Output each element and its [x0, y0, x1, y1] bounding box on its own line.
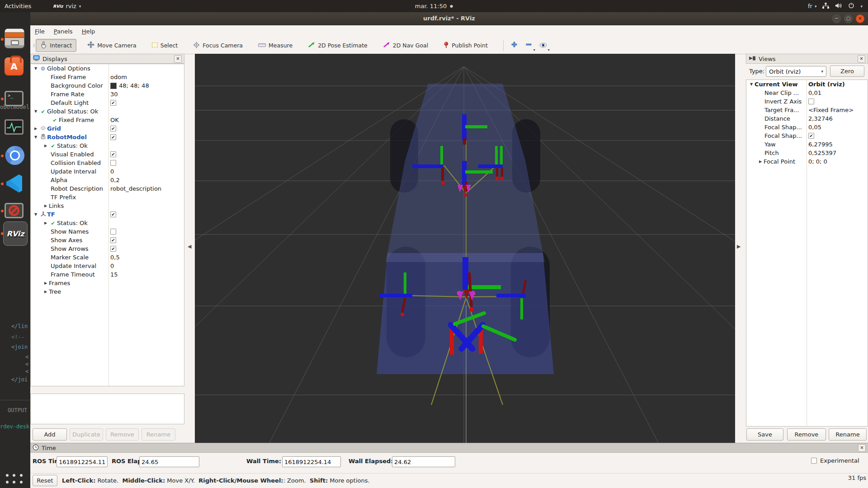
tree-row[interactable]: Frame Rate30: [31, 90, 184, 99]
property-value[interactable]: ✔: [110, 211, 116, 217]
checkbox[interactable]: ✔: [808, 133, 814, 139]
show-apps-button[interactable]: [6, 474, 24, 488]
expand-arrow-icon[interactable]: ▼: [33, 66, 39, 70]
collapse-arrow-icon[interactable]: ▶: [42, 204, 49, 208]
collapse-arrow-icon[interactable]: ▶: [42, 221, 49, 225]
tree-row[interactable]: Update Interval0: [31, 262, 184, 270]
property-value[interactable]: 6,27995: [808, 141, 833, 148]
tree-row[interactable]: ▼RobotModel✔: [31, 133, 184, 141]
property-value[interactable]: 0; 0; 0: [808, 158, 827, 165]
property-value[interactable]: 30: [110, 91, 118, 98]
checkbox[interactable]: [110, 229, 116, 235]
expand-arrow-icon[interactable]: ▼: [33, 212, 39, 216]
tree-row[interactable]: Yaw6,27995: [746, 140, 868, 149]
close-button[interactable]: ×: [856, 14, 864, 23]
tree-row[interactable]: Fixed Frameodom: [31, 73, 184, 81]
tree-row[interactable]: ▼TF✔: [31, 210, 184, 219]
collapse-arrow-icon[interactable]: ▶: [42, 290, 49, 294]
tree-row[interactable]: ▼Current ViewOrbit (rviz): [746, 80, 868, 89]
property-value[interactable]: <Fixed Frame>: [808, 107, 854, 113]
property-value[interactable]: 2,32746: [808, 115, 833, 122]
time-panel-header[interactable]: Time ×: [30, 443, 868, 453]
checkbox[interactable]: ✔: [110, 126, 116, 131]
tool-select[interactable]: Select: [147, 40, 183, 51]
tree-row[interactable]: TF Prefix: [31, 193, 184, 202]
tree-row[interactable]: ▶Links: [31, 202, 184, 210]
maximize-button[interactable]: ▢: [844, 14, 853, 23]
property-value[interactable]: 48; 48; 48: [110, 82, 149, 89]
minimize-button[interactable]: ─: [832, 14, 841, 23]
tree-row[interactable]: Pitch0,525397: [746, 149, 868, 157]
tool-2d-nav-goal[interactable]: 2D Nav Goal: [378, 39, 433, 52]
dock-item-terminal[interactable]: >_: [5, 88, 26, 110]
property-value[interactable]: [110, 160, 116, 166]
tree-row[interactable]: Robot Descriptionrobot_description: [31, 184, 184, 193]
tree-row[interactable]: Default Light✔: [31, 99, 184, 107]
remove-tool-button[interactable]: ▾: [523, 40, 535, 52]
property-value[interactable]: ✔: [110, 237, 116, 243]
zero-button[interactable]: Zero: [830, 66, 864, 77]
property-value[interactable]: ✔: [110, 126, 116, 131]
dock-item-ubuntu-software[interactable]: A: [5, 56, 26, 77]
ros-elapsed-input[interactable]: [139, 456, 199, 467]
3d-viewport[interactable]: [195, 54, 735, 443]
property-value[interactable]: 0,5: [110, 254, 120, 261]
tree-row[interactable]: ▼✔Global Status: Ok: [31, 107, 184, 116]
tree-row[interactable]: Show Names: [31, 227, 184, 236]
checkbox[interactable]: ✔: [110, 237, 116, 243]
expand-arrow-icon[interactable]: ▼: [748, 82, 755, 86]
window-titlebar[interactable]: urdf.rviz* - RViz ─▢×: [30, 12, 868, 25]
tree-row[interactable]: Visual Enabled✔: [31, 150, 184, 159]
expand-arrow-icon[interactable]: ▼: [33, 109, 39, 113]
dock-item-files[interactable]: [5, 28, 26, 50]
tool-interact[interactable]: Interact: [36, 39, 76, 52]
add-button[interactable]: Add: [33, 428, 67, 441]
wall-elapsed-input[interactable]: [392, 456, 455, 467]
tree-row[interactable]: Alpha0,2: [31, 176, 184, 184]
tree-row[interactable]: ✔Fixed FrameOK: [31, 116, 184, 124]
checkbox[interactable]: [808, 99, 814, 104]
tool-move-camera[interactable]: Move Camera: [83, 39, 141, 52]
tree-row[interactable]: ▼⚙Global Options: [31, 64, 184, 73]
checkbox[interactable]: ✔: [110, 151, 116, 157]
view-type-select[interactable]: Orbit (rviz) ▾: [766, 66, 826, 77]
property-value[interactable]: ✔: [110, 246, 116, 252]
clock-button[interactable]: mar. 11:50 ●: [415, 3, 453, 9]
collapse-arrow-icon[interactable]: ▶: [757, 160, 764, 164]
menu-panels[interactable]: Panels: [49, 26, 77, 37]
dock-item-system-monitor[interactable]: [5, 117, 26, 138]
tree-row[interactable]: Show Axes✔: [31, 236, 184, 244]
views-panel-header[interactable]: Views ×: [746, 54, 868, 64]
system-tray[interactable]: fr ▾ ▾: [808, 0, 865, 12]
property-value[interactable]: ✔: [110, 134, 116, 140]
property-value[interactable]: 0,2: [110, 177, 120, 183]
property-value[interactable]: 0,05: [808, 124, 821, 131]
property-value[interactable]: 15: [110, 271, 118, 278]
property-value[interactable]: 0: [110, 263, 114, 269]
checkbox[interactable]: ✔: [110, 246, 116, 252]
tree-row[interactable]: ▶Grid✔: [31, 124, 184, 133]
property-value[interactable]: [110, 229, 116, 235]
collapse-arrow-icon[interactable]: ▶: [42, 281, 49, 285]
property-value[interactable]: ✔: [808, 133, 814, 139]
checkbox[interactable]: ✔: [110, 134, 116, 140]
displays-panel-header[interactable]: Displays ×: [30, 54, 184, 64]
property-value[interactable]: odom: [110, 74, 127, 80]
ros-time-input[interactable]: [57, 456, 108, 467]
tree-row[interactable]: Focal Shap...0,05: [746, 123, 868, 131]
property-value[interactable]: 0,525397: [808, 150, 836, 156]
dock-item-rviz[interactable]: RViz: [5, 223, 26, 244]
property-value[interactable]: ✔: [110, 100, 116, 106]
toolbar-grip-icon[interactable]: ⁞⁞: [33, 43, 34, 48]
collapse-arrow-icon[interactable]: ▶: [33, 127, 39, 131]
tool-focus-camera[interactable]: Focus Camera: [189, 39, 247, 52]
menu-help[interactable]: Help: [77, 26, 100, 37]
reset-button[interactable]: Reset: [33, 475, 57, 486]
dock-item-vscode[interactable]: [5, 173, 26, 195]
tree-row[interactable]: Near Clip ...0,01: [746, 89, 868, 97]
tree-row[interactable]: Distance2,32746: [746, 114, 868, 123]
checkbox[interactable]: ✔: [110, 100, 116, 106]
save-button[interactable]: Save: [746, 428, 783, 441]
tree-row[interactable]: ▶Frames: [31, 279, 184, 287]
close-icon[interactable]: ×: [174, 55, 182, 63]
